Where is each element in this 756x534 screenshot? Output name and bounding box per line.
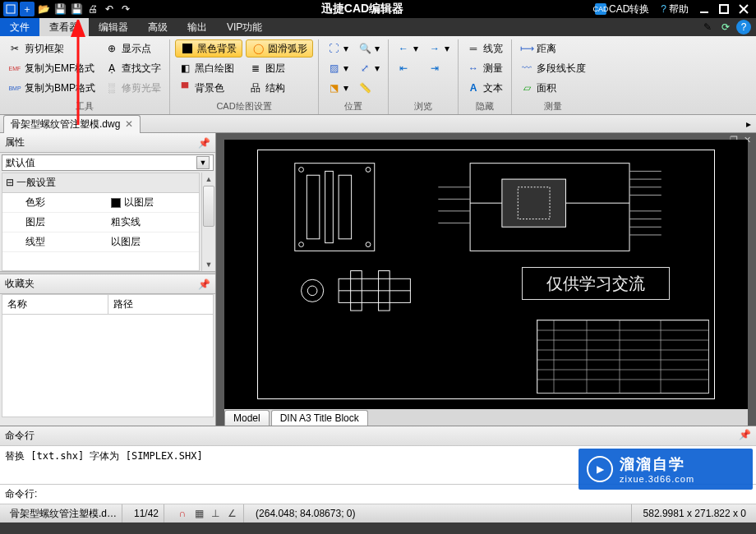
grid-icon[interactable]: ▦ bbox=[192, 507, 205, 520]
find-text-button[interactable]: Ạ查找文字 bbox=[102, 59, 164, 77]
help-button[interactable]: ?帮助 bbox=[657, 2, 692, 17]
snap-icon[interactable]: ∩ bbox=[176, 507, 189, 520]
copy-emf-button[interactable]: EMF复制为EMF格式 bbox=[5, 59, 99, 77]
app-title: 迅捷CAD编辑器 bbox=[133, 2, 592, 16]
redo-icon[interactable]: ↷ bbox=[118, 2, 133, 16]
pin-icon[interactable]: 📌 bbox=[739, 429, 751, 443]
menu-editor[interactable]: 编辑器 bbox=[89, 18, 138, 36]
print-icon[interactable]: 🖨 bbox=[85, 2, 100, 16]
trim-halo-button[interactable]: ░修剪光晕 bbox=[102, 79, 164, 97]
svg-rect-2 bbox=[720, 5, 728, 13]
canvas-watermark: 仅供学习交流 bbox=[522, 267, 670, 300]
title-block bbox=[537, 320, 709, 394]
polar-icon[interactable]: ∠ bbox=[225, 507, 238, 520]
svg-rect-7 bbox=[325, 171, 334, 242]
minimize-icon[interactable] bbox=[697, 2, 712, 16]
status-filename: 骨架型螺纹管注塑模.d… bbox=[5, 504, 122, 522]
menu-bar: 文件 查看器 编辑器 高级 输出 VIP功能 ✎ ⟳ ? bbox=[0, 18, 756, 36]
favorites-col-path[interactable]: 路径 bbox=[108, 295, 214, 314]
pos-2-button[interactable]: ▨▾ bbox=[324, 59, 352, 77]
status-progress: 11/42 bbox=[129, 504, 164, 522]
properties-header: 属性📌 bbox=[0, 133, 215, 153]
save-icon[interactable]: 💾 bbox=[53, 2, 67, 16]
show-point-button[interactable]: ⊕显示点 bbox=[102, 39, 164, 58]
tab-close-icon[interactable]: ✕ bbox=[125, 118, 133, 130]
layer-button[interactable]: ≣图层 bbox=[246, 59, 313, 77]
document-tab-label: 骨架型螺纹管注塑模.dwg bbox=[11, 117, 120, 131]
polyline-len-button[interactable]: 〰多段线长度 bbox=[517, 59, 589, 77]
svg-rect-8 bbox=[339, 175, 352, 239]
ribbon-group-position: 位置 bbox=[324, 99, 383, 114]
new-icon[interactable]: ＋ bbox=[20, 2, 35, 16]
ribbon-group-tool: 工具 bbox=[5, 99, 164, 114]
pos-3-button[interactable]: ⬔▾ bbox=[324, 79, 352, 97]
ribbon-group-browse: 浏览 bbox=[394, 99, 453, 114]
property-row-layer[interactable]: 图层粗实线 bbox=[2, 213, 199, 232]
favorites-header: 收藏夹📌 bbox=[0, 274, 215, 294]
svg-rect-35 bbox=[537, 320, 709, 394]
black-bg-button[interactable]: 黑色背景 bbox=[175, 39, 242, 58]
canvas-area: – ❐ ✕ bbox=[216, 133, 756, 426]
title-bar: ＋ 📂 💾 💾 🖨 ↶ ↷ 迅捷CAD编辑器 CADCAD转换 ?帮助 bbox=[0, 0, 756, 18]
property-category[interactable]: ⊟ 一般设置 bbox=[2, 173, 199, 193]
open-icon[interactable]: 📂 bbox=[36, 2, 51, 16]
bg-color-button[interactable]: ▀背景色 bbox=[175, 79, 242, 97]
maximize-icon[interactable] bbox=[717, 2, 731, 16]
pencil-icon[interactable]: ✎ bbox=[700, 20, 715, 35]
undo-icon[interactable]: ↶ bbox=[102, 2, 117, 16]
clip-frame-button[interactable]: ✂剪切框架 bbox=[5, 39, 99, 58]
ribbon: ✂剪切框架 EMF复制为EMF格式 BMP复制为BMP格式 ⊕显示点 Ạ查找文字… bbox=[0, 36, 756, 115]
nav-prev-button[interactable]: ←▾ bbox=[394, 39, 422, 58]
drawing-canvas[interactable]: 仅供学习交流 bbox=[224, 140, 748, 409]
svg-point-9 bbox=[299, 168, 304, 173]
nav-home-button[interactable]: ⇤ bbox=[394, 59, 422, 77]
scrollbar[interactable]: ▲▼ bbox=[201, 173, 215, 271]
structure-button[interactable]: 品结构 bbox=[246, 79, 313, 97]
pos-1-button[interactable]: ⛶▾ bbox=[324, 39, 352, 58]
menu-viewer[interactable]: 查看器 bbox=[39, 18, 89, 36]
menu-output[interactable]: 输出 bbox=[177, 18, 217, 36]
pin-icon[interactable]: 📌 bbox=[198, 137, 210, 149]
property-grid: ⊟ 一般设置 色彩以图层 图层粗实线 线型以图层 bbox=[2, 173, 200, 271]
document-tab[interactable]: 骨架型螺纹管注塑模.dwg ✕ bbox=[3, 115, 141, 133]
menu-file[interactable]: 文件 bbox=[0, 18, 39, 36]
distance-button[interactable]: ⟼距离 bbox=[517, 39, 589, 58]
ruler-button[interactable]: 📏 bbox=[355, 79, 383, 97]
cad-convert-button[interactable]: CADCAD转换 bbox=[592, 2, 652, 17]
text-hide-button[interactable]: A文本 bbox=[463, 79, 506, 97]
menu-vip[interactable]: VIP功能 bbox=[217, 18, 272, 36]
save-all-icon[interactable]: 💾 bbox=[69, 2, 84, 16]
svg-point-29 bbox=[302, 279, 324, 302]
measure-hide-button[interactable]: ↔测量 bbox=[463, 59, 506, 77]
area-button[interactable]: ▱面积 bbox=[517, 79, 589, 97]
zoom-button[interactable]: 🔍▾ bbox=[355, 39, 383, 58]
ortho-icon[interactable]: ⊥ bbox=[209, 507, 222, 520]
copy-bmp-button[interactable]: BMP复制为BMP格式 bbox=[5, 79, 99, 97]
help-icon[interactable]: ? bbox=[736, 20, 751, 35]
nav-next-button[interactable]: →▾ bbox=[425, 39, 453, 58]
favorites-list[interactable]: 名称 路径 bbox=[2, 294, 214, 417]
svg-point-10 bbox=[366, 168, 371, 173]
bw-draw-button[interactable]: ◧黑白绘图 bbox=[175, 59, 242, 77]
tab-overflow-icon[interactable]: ▸ bbox=[741, 118, 756, 130]
property-row-linetype[interactable]: 线型以图层 bbox=[2, 232, 199, 252]
properties-combo[interactable]: 默认值▼ bbox=[2, 154, 214, 171]
smooth-arc-button[interactable]: ◯圆滑弧形 bbox=[246, 39, 313, 58]
close-icon[interactable] bbox=[736, 2, 751, 16]
zoom-ext-button[interactable]: ⤢▾ bbox=[355, 59, 383, 77]
favorites-col-name[interactable]: 名称 bbox=[2, 295, 108, 314]
ribbon-group-cad: CAD绘图设置 bbox=[175, 99, 313, 114]
app-icon[interactable] bbox=[3, 2, 18, 16]
tab-title-block[interactable]: DIN A3 Title Block bbox=[271, 410, 368, 426]
workspace: 属性📌 默认值▼ ⊟ 一般设置 色彩以图层 图层粗实线 线型以图层 ▲▼ 收藏夹… bbox=[0, 133, 756, 426]
model-tabs: Model DIN A3 Title Block bbox=[224, 409, 748, 426]
nav-end-button[interactable]: ⇥ bbox=[425, 59, 453, 77]
pin-icon[interactable]: 📌 bbox=[198, 279, 210, 290]
property-row-color[interactable]: 色彩以图层 bbox=[2, 193, 199, 213]
line-width-button[interactable]: ═线宽 bbox=[463, 39, 506, 58]
tab-model[interactable]: Model bbox=[224, 410, 270, 426]
svg-rect-6 bbox=[307, 175, 320, 239]
chevron-down-icon[interactable]: ▼ bbox=[196, 156, 210, 169]
menu-advanced[interactable]: 高级 bbox=[138, 18, 177, 36]
cycle-icon[interactable]: ⟳ bbox=[718, 20, 733, 35]
